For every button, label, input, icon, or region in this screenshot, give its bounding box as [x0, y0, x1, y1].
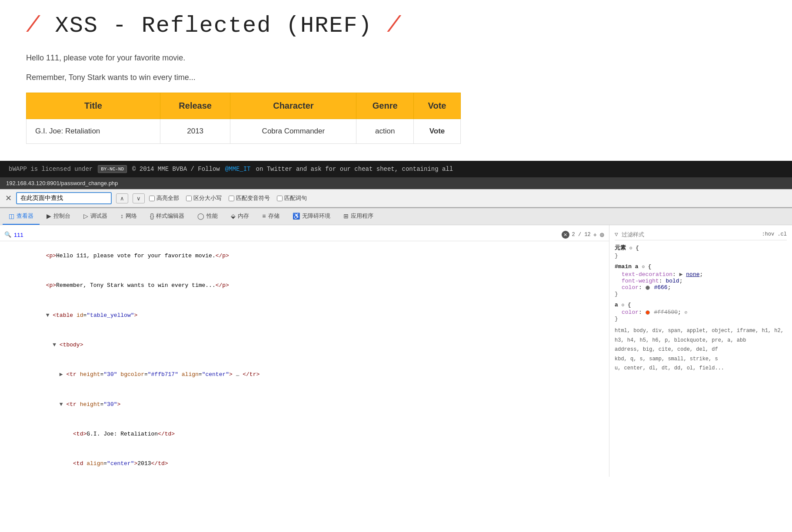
- style-rule-a: a ⚙ { color: #ff4500; ⊘ }: [615, 302, 787, 322]
- tab-inspector[interactable]: ◫ 查看器: [3, 208, 40, 225]
- footer-main-text: © 2014 MME BVBA / Follow: [132, 166, 220, 173]
- case-sensitive-checkbox[interactable]: [186, 196, 192, 201]
- address-bar: 192.168.43.120:8901/password_change.php: [0, 177, 792, 189]
- tab-debugger[interactable]: ▷ 调试器: [77, 208, 113, 225]
- color-swatch-ff4500: [646, 310, 650, 315]
- tab-memory-label: 内存: [238, 212, 249, 220]
- styles-panel: ▽ :hov .cl 元素 ⚙ { } #main a ⚙ { text-dec…: [609, 225, 792, 477]
- intro-line-1: Hello 111, please vote for your favorite…: [26, 52, 766, 64]
- tab-memory[interactable]: ⬙ 内存: [225, 208, 255, 225]
- tab-console[interactable]: ▶ 控制台: [40, 208, 77, 225]
- html-line-7: <td>G.I. Joe: Retaliation</td>: [0, 419, 609, 449]
- style-editor-icon: {}: [150, 213, 154, 219]
- performance-icon: ◯: [197, 213, 204, 219]
- html-selector-list: html, body, div, span, applet, object, i…: [615, 326, 787, 373]
- movie-table: Title Release Character Genre Vote G.I. …: [26, 93, 461, 144]
- diacritic-label[interactable]: 匹配变音符号: [229, 194, 270, 202]
- col-vote: Vote: [414, 93, 461, 119]
- style-selector-a: a ⚙ {: [615, 302, 787, 308]
- style-prop-color-a: color: #ff4500; ⊘: [615, 309, 787, 316]
- html-line-5: ▶ <tr height="30" bgcolor="#ffb717" alig…: [0, 360, 609, 389]
- highlight-all-label[interactable]: 高亮全部: [149, 194, 179, 202]
- cell-vote[interactable]: Vote: [414, 119, 461, 143]
- devtools-body: 🔍 ✕ 2 / 12 + ⊕ <p>Hello 111, please vote…: [0, 225, 792, 477]
- application-icon: ⊞: [343, 213, 349, 219]
- tab-console-label: 控制台: [53, 212, 70, 220]
- html-line-1: <p>Hello 111, please vote for your favor…: [0, 241, 609, 271]
- col-release: Release: [160, 93, 230, 119]
- title-slash-right: /: [387, 13, 401, 39]
- html-line-4[interactable]: ▼ <tbody>: [0, 330, 609, 360]
- intro-line-2: Remember, Tony Stark wants to win every …: [26, 71, 766, 84]
- title-main: XSS - Reflected (HREF): [40, 13, 387, 39]
- html-search-input[interactable]: [14, 232, 559, 238]
- style-selector-main-a: #main a ⚙ {: [615, 263, 787, 270]
- diacritic-checkbox[interactable]: [229, 196, 234, 201]
- tab-network-label: 网络: [126, 212, 137, 220]
- highlight-all-checkbox[interactable]: [149, 196, 155, 201]
- find-next-button[interactable]: ∨: [133, 193, 145, 203]
- tab-debugger-label: 调试器: [90, 212, 107, 220]
- html-panel: 🔍 ✕ 2 / 12 + ⊕ <p>Hello 111, please vote…: [0, 225, 609, 477]
- tab-application[interactable]: ⊞ 应用程序: [337, 208, 379, 225]
- search-pick-button[interactable]: ⊕: [599, 231, 605, 238]
- find-close-button[interactable]: ✕: [5, 193, 12, 203]
- inspector-icon: ◫: [9, 213, 14, 219]
- html-line-3[interactable]: ▼ <table id="table_yellow">: [0, 301, 609, 330]
- case-sensitive-label[interactable]: 区分大小写: [186, 194, 222, 202]
- tab-accessibility-label: 无障碍环境: [302, 212, 330, 220]
- tab-application-label: 应用程序: [351, 212, 373, 220]
- search-icon: 🔍: [4, 231, 11, 238]
- devtools-tabs: ◫ 查看器 ▶ 控制台 ▷ 调试器 ↕ 网络 {} 样式编辑器 ◯ 性能 ⬙ 内…: [0, 208, 792, 225]
- tab-style-editor-label: 样式编辑器: [156, 212, 184, 220]
- debugger-icon: ▷: [83, 213, 88, 219]
- style-prop-font-weight: font-weight: bold;: [615, 278, 787, 284]
- tab-storage-label: 存储: [268, 212, 280, 220]
- page-title: / XSS - Reflected (HREF) /: [26, 13, 766, 39]
- style-close-element: }: [615, 253, 787, 259]
- find-options: 高亮全部 区分大小写 匹配变音符号 匹配词句: [149, 194, 307, 202]
- col-genre: Genre: [356, 93, 414, 119]
- cell-title: G.I. Joe: Retaliation: [27, 119, 160, 143]
- search-add-button[interactable]: +: [593, 231, 597, 238]
- storage-icon: ≡: [262, 213, 266, 219]
- cell-genre: action: [356, 119, 414, 143]
- title-slash-left: /: [26, 13, 40, 39]
- find-input[interactable]: [16, 192, 112, 204]
- table-row: G.I. Joe: Retaliation 2013 Cobra Command…: [27, 119, 461, 143]
- find-prev-button[interactable]: ∧: [116, 193, 128, 203]
- tab-style-editor[interactable]: {} 样式编辑器: [144, 208, 190, 225]
- style-close-main-a: }: [615, 291, 787, 297]
- license-badge: BY-NC-ND: [98, 165, 127, 173]
- crossed-icon: ⊘: [685, 310, 688, 315]
- console-icon: ▶: [47, 213, 51, 219]
- footer-rest-text: on Twitter and ask for our cheat sheet, …: [256, 166, 453, 173]
- tab-performance-label: 性能: [206, 212, 218, 220]
- filter-icon: ▽: [615, 231, 618, 238]
- tab-storage[interactable]: ≡ 存储: [256, 208, 285, 225]
- style-rule-element: 元素 ⚙ { }: [615, 244, 787, 259]
- footer-bar: bWAPP is licensed under BY-NC-ND © 2014 …: [0, 161, 792, 177]
- styles-filter-input[interactable]: [622, 231, 759, 238]
- memory-icon: ⬙: [231, 213, 236, 219]
- search-clear-button[interactable]: ✕: [562, 231, 569, 239]
- html-search-bar: 🔍 ✕ 2 / 12 + ⊕: [0, 229, 609, 241]
- col-character: Character: [230, 93, 356, 119]
- html-line-6[interactable]: ▼ <tr height="30">: [0, 389, 609, 419]
- gear-icon-a[interactable]: ⚙: [622, 303, 625, 308]
- pseudo-buttons[interactable]: :hov .cl: [762, 231, 787, 237]
- tab-network[interactable]: ↕ 网络: [114, 208, 143, 225]
- whole-word-checkbox[interactable]: [277, 196, 283, 201]
- tab-accessibility[interactable]: ♿ 无障碍环境: [286, 208, 336, 225]
- style-rule-main-a: #main a ⚙ { text-decoration: ▶ none; fon…: [615, 263, 787, 297]
- whole-word-label[interactable]: 匹配词句: [277, 194, 307, 202]
- gear-icon-main-a[interactable]: ⚙: [642, 264, 645, 269]
- gear-icon-element[interactable]: ⚙: [629, 246, 632, 251]
- footer-twitter-link[interactable]: @MME_IT: [225, 166, 251, 173]
- devtools-panel: ◫ 查看器 ▶ 控制台 ▷ 调试器 ↕ 网络 {} 样式编辑器 ◯ 性能 ⬙ 内…: [0, 207, 792, 477]
- address-url: 192.168.43.120:8901/password_change.php: [6, 180, 118, 186]
- tab-performance[interactable]: ◯ 性能: [191, 208, 224, 225]
- style-rule-html-list: html, body, div, span, applet, object, i…: [615, 326, 787, 373]
- style-prop-text-decoration: text-decoration: ▶ none;: [615, 271, 787, 278]
- footer-bwapp-text: bWAPP is licensed under: [9, 166, 93, 173]
